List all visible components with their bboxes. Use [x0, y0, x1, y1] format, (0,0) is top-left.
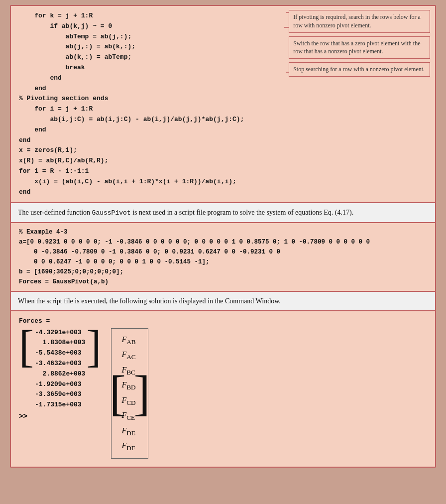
matrix-left-bracket: [ — [109, 371, 125, 416]
matrix-entry-fab: FAB — [121, 333, 135, 348]
code-example-line-4: b = [1690;3625;0;0;0;0;0;0]; — [19, 267, 427, 277]
prompt-line: >> — [19, 412, 101, 420]
matrix-container: [ ] FAB FAC FBC FBD FCD FCE FDE FDF — [111, 328, 148, 459]
code-line-16: for i = R - 1:-1:1 — [19, 166, 281, 177]
output-section: Forces = [ -4.3291e+003 1.8308e+003 -5.5… — [11, 311, 435, 467]
output-val-3: -5.5438e+003 — [35, 348, 85, 359]
matrix-entry-fde: FDE — [121, 424, 135, 439]
left-bracket: [ — [19, 328, 35, 410]
code-line-14: x = zeros(R,1); — [19, 145, 281, 156]
annotation-group-1: If pivoting is required, search in the r… — [283, 10, 430, 79]
code-section-top: for k = j + 1:R if ab(k,j) ~ = 0 abTemp … — [11, 6, 435, 202]
code-line-2: if ab(k,j) ~ = 0 — [19, 21, 281, 32]
code-line-17: x(i) = (ab(i,C) - ab(i,i + 1:R)*x(i + 1:… — [19, 177, 281, 187]
code-line-8: end — [19, 84, 281, 94]
function-name-inline: GaussPivot — [92, 209, 131, 217]
code-line-9: % Pivoting section ends — [19, 94, 281, 104]
code-line-11: ab(i,j:C) = ab(i,j:C) - ab(i,j)/ab(j,j)*… — [19, 115, 281, 125]
output-val-8: -1.7315e+003 — [35, 400, 85, 410]
code-example-section: % Example 4-3 a=[0 0.9231 0 0 0 0 0; -1 … — [11, 223, 435, 292]
annotation-stack-1: If pivoting is required, search in the r… — [289, 10, 430, 79]
description-section-2: When the script file is executed, the fo… — [11, 292, 435, 311]
matrix-entry-fac: FAC — [121, 348, 135, 363]
annotation-box-1: If pivoting is required, search in the r… — [289, 10, 430, 33]
description-text-2: When the script file is executed, the fo… — [18, 297, 281, 305]
code-example-line-5: Forces = GaussPivot(a,b) — [19, 277, 427, 287]
code-line-6: break — [19, 63, 281, 73]
code-line-12: end — [19, 125, 281, 135]
code-line-15: x(R) = ab(R,C)/ab(R,R); — [19, 156, 281, 166]
code-block-top: for k = j + 1:R if ab(k,j) ~ = 0 abTemp … — [19, 11, 281, 197]
output-left: Forces = [ -4.3291e+003 1.8308e+003 -5.5… — [19, 316, 101, 420]
description-section-1: The user-defined function GaussPivot is … — [11, 203, 435, 223]
matrix-entry-fdf: FDF — [121, 439, 135, 454]
output-val-6: -1.9209e+003 — [35, 379, 85, 390]
code-line-4: ab(j,:) = ab(k,:); — [19, 42, 281, 52]
code-line-5: ab(k,:) = abTemp; — [19, 52, 281, 63]
code-example-line-2: 0 -0.3846 -0.7809 0 -1 0.3846 0 0; 0 0.9… — [19, 247, 427, 257]
main-container: for k = j + 1:R if ab(k,j) ~ = 0 abTemp … — [10, 5, 436, 468]
right-bracket: ] — [85, 328, 101, 410]
output-val-5: 2.8862e+003 — [35, 369, 85, 379]
matrix-right-bracket: ] — [133, 371, 150, 416]
annotation-box-2: Switch the row that has a zero pivot ele… — [289, 36, 430, 59]
output-values-list: -4.3291e+003 1.8308e+003 -5.5438e+003 -3… — [35, 328, 85, 410]
code-line-7: end — [19, 73, 281, 84]
output-val-4: -3.4632e+003 — [35, 359, 85, 369]
code-line-10: for i = j + 1:R — [19, 104, 281, 115]
output-val-7: -3.3659e+003 — [35, 389, 85, 400]
annotation-box-3: Stop searching for a row with a nonzero … — [289, 62, 430, 77]
bracket-svg-1 — [283, 10, 289, 75]
code-example-line-3: 0 0 0.6247 -1 0 0 0 0; 0 0 0 1 0 0 -0.51… — [19, 257, 427, 267]
output-val-2: 1.8308e+003 — [35, 338, 85, 348]
code-line-1: for k = j + 1:R — [19, 11, 281, 21]
output-val-1: -4.3291e+003 — [35, 328, 85, 338]
code-example-line-1: a=[0 0.9231 0 0 0 0 0; -1 -0.3846 0 0 0 … — [19, 237, 427, 247]
code-line-18: end — [19, 187, 281, 198]
annotations-container: If pivoting is required, search in the r… — [283, 10, 430, 80]
example-comment: % Example 4-3 — [19, 227, 427, 237]
description-text-1: The user-defined function GaussPivot is … — [18, 209, 353, 216]
code-line-3: abTemp = ab(j,:); — [19, 32, 281, 42]
output-bracket-group: [ -4.3291e+003 1.8308e+003 -5.5438e+003 … — [19, 328, 101, 410]
code-line-13: end — [19, 135, 281, 146]
